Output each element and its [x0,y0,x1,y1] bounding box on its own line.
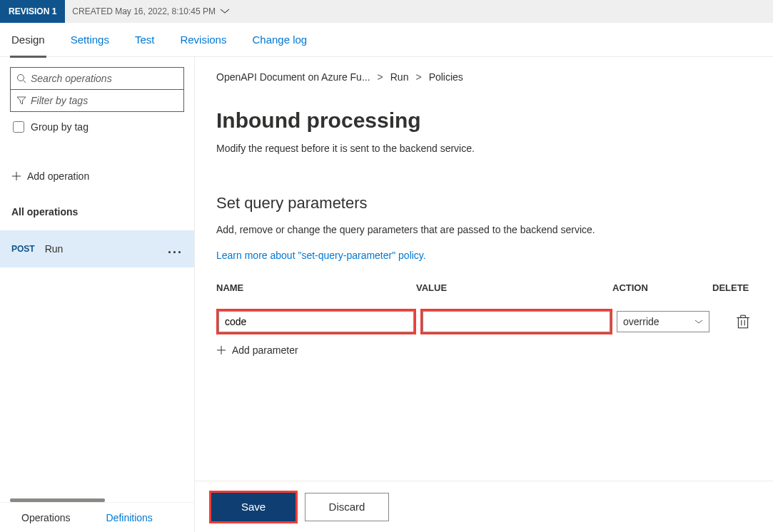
breadcrumb-item: Policies [429,71,463,83]
tab-settings[interactable]: Settings [71,23,109,57]
breadcrumb-item[interactable]: OpenAPI Document on Azure Fu... [216,71,370,83]
search-operations-input[interactable]: Search operations [10,67,184,90]
page-description: Modify the request before it is sent to … [216,143,755,154]
discard-button[interactable]: Discard [305,493,389,521]
svg-rect-4 [738,318,747,328]
page-title: Inbound processing [216,108,755,133]
section-description: Add, remove or change the query paramete… [216,224,755,235]
col-header-name: NAME [216,278,416,297]
group-by-tag-checkbox[interactable]: Group by tag [10,119,184,135]
created-label[interactable]: CREATED May 16, 2022, 8:10:45 PM [72,6,230,16]
tab-revisions[interactable]: Revisions [180,23,226,57]
svg-point-0 [18,75,24,81]
sidebar: Search operations Filter by tags Group b… [0,57,195,532]
top-bar: REVISION 1 CREATED May 16, 2022, 8:10:45… [0,0,773,23]
breadcrumb: OpenAPI Document on Azure Fu... > Run > … [195,57,773,83]
table-row: override [216,309,755,334]
bottom-bar: Save Discard [195,481,773,532]
operation-item-run[interactable]: POST Run ... [0,230,194,267]
breadcrumb-item[interactable]: Run [390,71,409,83]
plus-icon [216,345,226,355]
more-icon[interactable]: ... [168,242,183,257]
main-panel: OpenAPI Document on Azure Fu... > Run > … [195,57,773,532]
query-params-table: NAME VALUE ACTION DELETE [216,278,755,334]
tab-changelog[interactable]: Change log [252,23,307,57]
learn-more-link[interactable]: Learn more about "set-query-parameter" p… [216,250,755,261]
chevron-right-icon: > [378,71,383,83]
filter-icon [16,96,26,106]
operation-name: Run [45,243,64,255]
revision-badge: REVISION 1 [0,0,65,23]
param-value-input[interactable] [423,311,610,332]
tabs-row: Design Settings Test Revisions Change lo… [0,23,773,57]
svg-line-1 [24,81,26,83]
add-operation-button[interactable]: Add operation [11,170,194,182]
filter-tags-input[interactable]: Filter by tags [10,89,184,112]
plus-icon [11,171,21,181]
tab-operations[interactable]: Operations [21,512,70,523]
all-operations-label[interactable]: All operations [11,206,194,218]
param-name-input[interactable] [218,311,414,332]
tab-design[interactable]: Design [11,23,45,57]
tab-definitions[interactable]: Definitions [106,512,152,523]
http-method-badge: POST [11,244,35,254]
col-header-delete: DELETE [712,278,755,297]
add-parameter-button[interactable]: Add parameter [216,344,755,356]
chevron-down-icon [694,319,703,324]
tab-test[interactable]: Test [135,23,155,57]
col-header-value: VALUE [416,278,612,297]
chevron-down-icon [220,9,230,14]
section-title: Set query parameters [216,194,755,213]
chevron-right-icon: > [415,71,421,83]
param-action-select[interactable]: override [617,311,709,332]
save-button[interactable]: Save [211,493,295,521]
col-header-action: ACTION [612,278,712,297]
delete-icon[interactable] [735,314,751,329]
search-icon [16,73,26,83]
